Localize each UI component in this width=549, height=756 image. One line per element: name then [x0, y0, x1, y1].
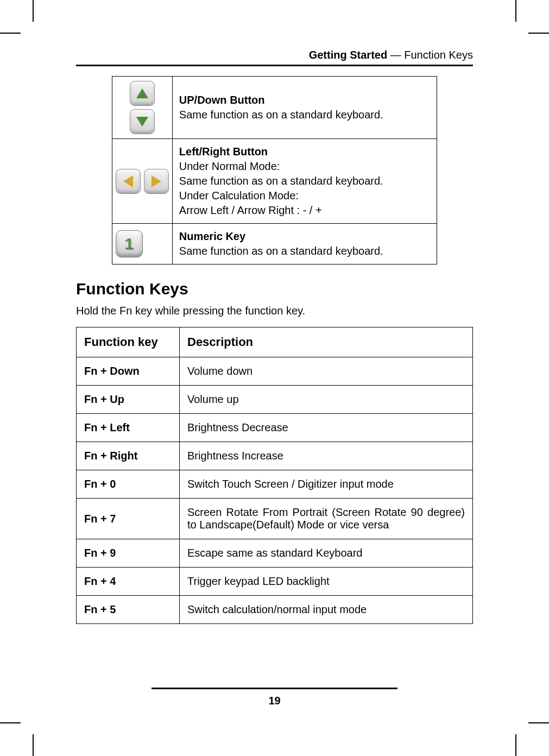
fn-desc: Volume up: [180, 386, 473, 414]
crop-mark: [33, 0, 34, 22]
row-title: Numeric Key: [179, 230, 245, 242]
table-row: Fn + 4 Trigger keypad LED backlight: [77, 568, 473, 596]
row-line: Arrow Left / Arrow Right : - / +: [179, 204, 322, 216]
page-footer: 19: [76, 688, 473, 707]
page-number: 19: [76, 695, 473, 707]
crop-mark: [33, 734, 34, 756]
crop-mark: [528, 33, 549, 34]
th-function-key: Function key: [77, 327, 180, 357]
fn-key: Fn + Right: [77, 442, 180, 470]
fn-key: Fn + Up: [77, 386, 180, 414]
table-row: Fn + 9 Escape same as standard Keyboard: [77, 539, 473, 568]
fn-key: Fn + 7: [77, 499, 180, 539]
row-line: Under Normal Mode:: [179, 160, 280, 172]
header-section: Getting Started: [309, 49, 387, 61]
fn-desc: Switch calculation/normal input mode: [180, 596, 473, 624]
numeric-key-icon: 1: [116, 230, 143, 257]
section-lead: Hold the Fn key while pressing the funct…: [76, 305, 473, 317]
arrow-up-icon: [130, 81, 155, 106]
arrow-right-icon: [144, 169, 169, 194]
row-line: Same function as on a standard keyboard.: [179, 175, 383, 187]
row-title: UP/Down Button: [179, 94, 265, 106]
fn-key: Fn + 9: [77, 539, 180, 568]
crop-mark: [0, 722, 21, 723]
fn-key: Fn + 5: [77, 596, 180, 624]
icon-cell-numeric: 1: [112, 224, 172, 264]
table-row: UP/Down Button Same function as on a sta…: [112, 77, 437, 139]
numeric-key-digit: 1: [124, 233, 134, 255]
header-topic: Function Keys: [404, 49, 473, 61]
function-key-table: Function key Description Fn + Down Volum…: [76, 327, 473, 624]
fn-key: Fn + Down: [77, 357, 180, 386]
th-description: Description: [180, 327, 473, 357]
crop-mark: [0, 33, 21, 34]
row-line: Under Calculation Mode:: [179, 190, 299, 201]
table-row: Fn + 7 Screen Rotate From Portrait (Scre…: [77, 499, 473, 539]
row-line: Same function as on a standard keyboard.: [179, 245, 383, 257]
table-row: Fn + Right Brightness Increase: [77, 442, 473, 470]
icon-cell-leftright: [112, 139, 172, 224]
fn-desc: Escape same as standard Keyboard: [180, 539, 473, 568]
table-row: Fn + Left Brightness Decrease: [77, 414, 473, 442]
fn-key: Fn + 4: [77, 568, 180, 596]
header-separator: —: [387, 49, 404, 61]
crop-mark: [515, 0, 516, 22]
crop-mark: [515, 734, 516, 756]
table-row: 1 Numeric Key Same function as on a stan…: [112, 224, 437, 264]
fn-desc: Switch Touch Screen / Digitizer input mo…: [180, 470, 473, 499]
table-row: Fn + 0 Switch Touch Screen / Digitizer i…: [77, 470, 473, 499]
icon-cell-updown: [112, 77, 172, 139]
section-heading: Function Keys: [76, 280, 473, 298]
fn-desc: Trigger keypad LED backlight: [180, 568, 473, 596]
page-header: Getting Started — Function Keys: [76, 49, 473, 66]
table-row: Fn + Up Volume up: [77, 386, 473, 414]
button-description-table: UP/Down Button Same function as on a sta…: [112, 76, 437, 264]
desc-cell-updown: UP/Down Button Same function as on a sta…: [172, 77, 437, 139]
arrow-down-icon: [130, 109, 155, 134]
table-row: Left/Right Button Under Normal Mode: Sam…: [112, 139, 437, 224]
desc-cell-leftright: Left/Right Button Under Normal Mode: Sam…: [172, 139, 437, 224]
desc-cell-numeric: Numeric Key Same function as on a standa…: [172, 224, 437, 264]
row-line: Same function as on a standard keyboard.: [179, 109, 383, 121]
fn-key: Fn + Left: [77, 414, 180, 442]
page-content: Getting Started — Function Keys UP/Down …: [76, 49, 473, 707]
fn-desc: Brightness Increase: [180, 442, 473, 470]
table-row: Fn + 5 Switch calculation/normal input m…: [77, 596, 473, 624]
crop-mark: [528, 722, 549, 723]
fn-desc: Screen Rotate From Portrait (Screen Rota…: [180, 499, 473, 539]
table-row: Fn + Down Volume down: [77, 357, 473, 386]
footer-rule: [152, 688, 397, 689]
arrow-left-icon: [116, 169, 141, 194]
fn-key: Fn + 0: [77, 470, 180, 499]
fn-desc: Volume down: [180, 357, 473, 386]
table-header-row: Function key Description: [77, 327, 473, 357]
fn-desc: Brightness Decrease: [180, 414, 473, 442]
row-title: Left/Right Button: [179, 146, 268, 158]
